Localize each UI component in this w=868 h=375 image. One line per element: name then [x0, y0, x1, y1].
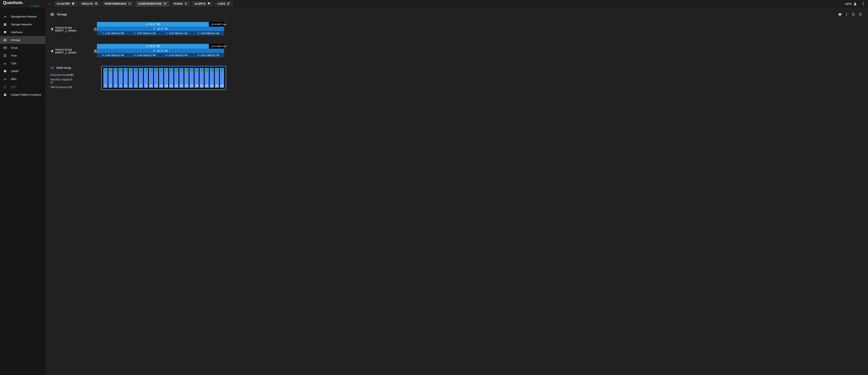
svg-rect-60: [166, 55, 167, 56]
volume-group: Volume Group e60537_2_defaultB34.37 TiB1…: [51, 44, 863, 57]
drive-number: 8: [140, 84, 142, 87]
drive-slot[interactable]: 18: [189, 68, 194, 88]
nav-tab-label: PERFORMANCE: [105, 2, 126, 5]
drive-slot[interactable]: 17: [184, 68, 189, 88]
drive-led-icon: [200, 69, 203, 71]
drive-slot[interactable]: 8: [138, 68, 143, 88]
nav-tab-cluster[interactable]: CLUSTER: [54, 1, 78, 7]
sidebar-item-update-platform-software[interactable]: Update Platform Software: [0, 91, 45, 99]
svg-rect-18: [4, 31, 6, 33]
disk-icon: [197, 32, 199, 34]
drive-slot[interactable]: 12: [159, 68, 163, 88]
vg-free-bar[interactable]: 16.0 MiB Free: [209, 22, 224, 27]
sidebar-item-bmc[interactable]: BMC: [0, 75, 45, 83]
drive-slot[interactable]: 5: [123, 68, 128, 88]
nav-tab-label: HEALTH: [82, 2, 93, 5]
sidebar-item-email[interactable]: Email: [0, 44, 45, 52]
drive-slot[interactable]: 23: [215, 68, 219, 88]
vg-free-bar[interactable]: 16.0 MiB Free: [209, 44, 224, 49]
drive-slot[interactable]: 4: [118, 68, 123, 88]
drive-slot[interactable]: 14: [169, 68, 174, 88]
save-icon: [153, 28, 156, 30]
sidebar-item-storage[interactable]: Storage: [0, 36, 45, 44]
vg-segment[interactable]: 8.59 TiB/8.59 TiB: [129, 31, 161, 35]
svg-rect-30: [4, 87, 6, 88]
vg-segment[interactable]: 8.59 TiB/8.59 TiB: [161, 53, 193, 57]
vg-label: Volume Group e60537_1_defaultA: [51, 22, 97, 32]
user-name: admin: [845, 2, 852, 5]
page-more-button[interactable]: [844, 11, 849, 17]
nav-tab-health[interactable]: HEALTH: [79, 1, 100, 7]
drive-number: 11: [155, 84, 157, 87]
nav-tab-configuration[interactable]: CONFIGURATION: [135, 1, 169, 7]
drive-slot[interactable]: 22: [210, 68, 214, 88]
drive-slot[interactable]: 3: [113, 68, 118, 88]
svg-rect-1: [73, 3, 74, 3]
vg-segment[interactable]: 8.59 TiB/8.59 TiB: [97, 31, 129, 35]
drive-slot[interactable]: 13: [164, 68, 168, 88]
topbar-more-button[interactable]: [860, 1, 866, 7]
vg-used-bar[interactable]: 34.37 TiB: [97, 22, 209, 27]
drive-slot[interactable]: 20: [199, 68, 204, 88]
drive-slot[interactable]: 9: [144, 68, 148, 88]
vg-segment[interactable]: 8.59 TiB/8.59 TiB: [161, 31, 193, 35]
vg-segment[interactable]: 8.59 TiB/8.59 TiB: [97, 53, 129, 57]
user-menu[interactable]: admin: [844, 1, 858, 7]
drive-led-icon: [104, 69, 107, 71]
drive-slot[interactable]: 2: [108, 68, 113, 88]
refresh-button[interactable]: [858, 11, 863, 17]
vg-sub-bar[interactable]: 34.37 TiB: [97, 49, 224, 53]
contrast-icon: [51, 50, 53, 53]
vg-sub-bar[interactable]: 34.37 TiB: [97, 27, 224, 31]
svg-rect-0: [72, 3, 73, 3]
history-button[interactable]: [851, 11, 856, 17]
sidebar-item-cba[interactable]: CBA: [0, 60, 45, 67]
nav-tab-performance[interactable]: PERFORMANCE: [102, 1, 134, 7]
drive-slot[interactable]: 10: [149, 68, 153, 88]
more-vert-icon: [861, 2, 865, 6]
contrast-icon: [51, 28, 53, 31]
eye-icon: [838, 12, 842, 17]
sidebar-icon: [3, 54, 7, 57]
vg-segment[interactable]: 8.59 TiB/8.59 TiB: [129, 53, 161, 57]
raid-title: RAID Array: [51, 66, 95, 70]
nav-tab-alerts[interactable]: ALERTS: [191, 1, 213, 7]
top-nav: CLUSTERHEALTHPERFORMANCECONFIGURATIONTAS…: [54, 1, 233, 7]
drive-slot[interactable]: 24: [220, 68, 224, 88]
svg-rect-62: [198, 55, 199, 56]
visibility-button[interactable]: [837, 11, 843, 17]
back-button[interactable]: [47, 1, 53, 7]
sidebar-item-label: SNMP: [11, 70, 19, 73]
nav-tab-logs[interactable]: LOGS: [215, 1, 233, 7]
sidebar-item-time[interactable]: Time: [0, 52, 45, 60]
raid-enclosure-number: Enclosure Number 01: [51, 73, 73, 76]
sidebar-item-snmp[interactable]: SNMP: [0, 67, 45, 75]
brand-logo: Quantum. F-Series: [2, 0, 45, 7]
disk-icon: [165, 54, 168, 56]
drive-led-icon: [120, 69, 122, 71]
vg-segment[interactable]: 8.59 TiB/8.59 TiB: [192, 53, 224, 57]
vg-used-bar[interactable]: 34.37 TiB: [97, 44, 209, 49]
drive-slot[interactable]: 1: [103, 68, 108, 88]
drive-number: 19: [195, 84, 198, 87]
vg-segment[interactable]: 8.59 TiB/8.59 TiB: [192, 31, 224, 35]
sidebar-item-storage-networks[interactable]: Storage Networks: [0, 21, 45, 28]
drive-slot[interactable]: 11: [154, 68, 158, 88]
disk-icon: [133, 32, 136, 34]
drive-slot[interactable]: 15: [174, 68, 179, 88]
sidebar: Management NetworkStorage NetworksInterf…: [0, 8, 45, 375]
sidebar-icon: [3, 31, 7, 34]
brand-subtitle: F-Series: [31, 5, 45, 7]
drive-slot[interactable]: 21: [205, 68, 209, 88]
drive-number: 17: [185, 84, 188, 87]
nav-tab-label: LOGS: [218, 2, 225, 5]
sidebar-item-management-network[interactable]: Management Network: [0, 13, 45, 21]
drive-slot[interactable]: 16: [179, 68, 184, 88]
sidebar-item-interfaces[interactable]: Interfaces: [0, 28, 45, 36]
drive-slot[interactable]: 6: [128, 68, 133, 88]
drive-led-icon: [175, 69, 178, 71]
drive-slot[interactable]: 19: [194, 68, 199, 88]
nav-tab-tasks[interactable]: TASKS: [170, 1, 190, 7]
drive-slot[interactable]: 7: [133, 68, 138, 88]
sidebar-icon: [3, 77, 7, 81]
